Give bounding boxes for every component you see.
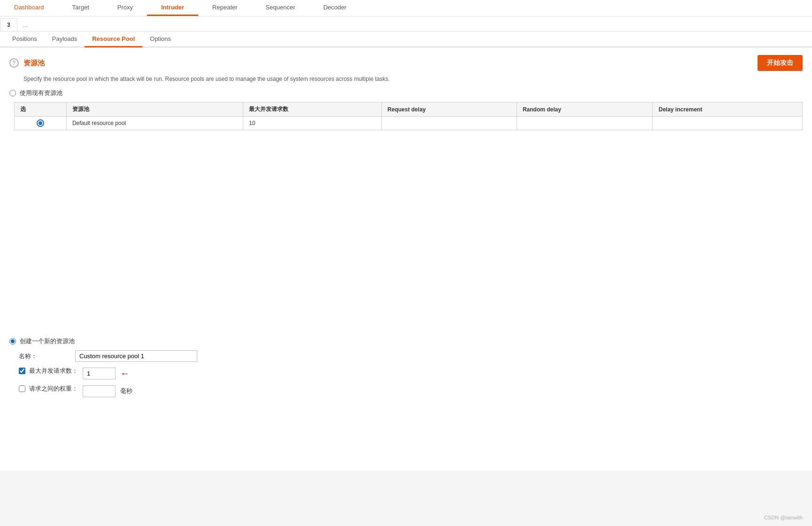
row-random-delay [517,117,653,130]
row-delay-increment [653,117,803,130]
nav-sequencer[interactable]: Sequencer [252,0,309,16]
tab-resource-pool[interactable]: Resource Pool [85,31,142,47]
name-form-row: 名称： [19,350,803,362]
tab-options[interactable]: Options [142,31,178,47]
start-attack-button[interactable]: 开始攻击 [758,55,803,71]
name-label: 名称： [19,352,70,361]
max-concurrent-checkbox[interactable] [19,368,25,374]
row-max-concurrent: 10 [243,117,382,130]
arrow-annotation: ← [120,368,130,379]
nav-proxy[interactable]: Proxy [103,0,147,16]
nav-dashboard[interactable]: Dashboard [0,0,58,16]
section-title-group: ? 资源池 [9,58,45,68]
tab-positions[interactable]: Positions [5,31,45,47]
pool-table: 选 资源池 最大并发请求数 Request delay Random delay… [14,102,803,130]
section-title: 资源池 [23,59,45,68]
new-pool-radio[interactable] [9,338,16,345]
existing-pool-radio[interactable] [9,90,16,96]
radio-dot-inner [39,121,42,125]
help-icon[interactable]: ? [9,58,19,68]
existing-pool-radio-label[interactable]: 使用现有资源池 [9,89,803,97]
tab-bar: 3 ... [0,16,812,31]
col-delay-increment: Delay increment [653,102,803,117]
nav-target[interactable]: Target [58,0,103,16]
max-concurrent-label: 最大并发请求数： [29,367,78,375]
row-radio-selected[interactable] [37,119,44,127]
row-pool-name: Default resource pool [66,117,243,130]
weight-checkbox[interactable] [19,385,25,392]
table-row[interactable]: Default resource pool 10 [15,117,803,130]
section-header: ? 资源池 开始攻击 [9,55,803,71]
tab-3[interactable]: 3 [0,18,17,31]
weight-row: 请求之间的权重： 毫秒 [19,385,803,398]
name-input[interactable] [75,350,197,362]
max-concurrent-input[interactable] [83,368,116,379]
new-pool-radio-label[interactable]: 创建一个新的资源池 [9,337,803,345]
pool-table-wrapper: 选 资源池 最大并发请求数 Request delay Random delay… [14,102,803,328]
nav-repeater[interactable]: Repeater [198,0,251,16]
tab-payloads[interactable]: Payloads [45,31,85,47]
max-concurrent-row: 最大并发请求数： ← [19,367,803,380]
col-max-concurrent: 最大并发请求数 [243,102,382,117]
col-request-delay: Request delay [382,102,517,117]
max-concurrent-checkbox-row: 最大并发请求数： [19,367,78,375]
col-name: 资源池 [66,102,243,117]
new-pool-section: 创建一个新的资源池 名称： 最大并发请求数： ← 请求之间的权重： 毫秒 [9,337,803,398]
col-random-delay: Random delay [517,102,653,117]
existing-pool-label: 使用现有资源池 [20,89,62,97]
weight-unit: 毫秒 [120,387,132,395]
row-request-delay [382,117,517,130]
top-nav: Dashboard Target Proxy Intruder Repeater… [0,0,812,16]
row-select-cell[interactable] [15,117,67,130]
sub-tab-bar: Positions Payloads Resource Pool Options [0,31,812,47]
weight-checkbox-row: 请求之间的权重： [19,385,78,393]
weight-label: 请求之间的权重： [29,385,78,393]
weight-input[interactable] [83,385,116,397]
table-header-row: 选 资源池 最大并发请求数 Request delay Random delay… [15,102,803,117]
nav-decoder[interactable]: Decoder [309,0,360,16]
col-select: 选 [15,102,67,117]
main-content: ? 资源池 开始攻击 Specify the resource pool in … [0,47,812,471]
section-description: Specify the resource pool in which the a… [23,76,803,82]
tab-more[interactable]: ... [18,18,33,31]
nav-intruder[interactable]: Intruder [147,0,198,16]
new-pool-label: 创建一个新的资源池 [20,337,75,345]
